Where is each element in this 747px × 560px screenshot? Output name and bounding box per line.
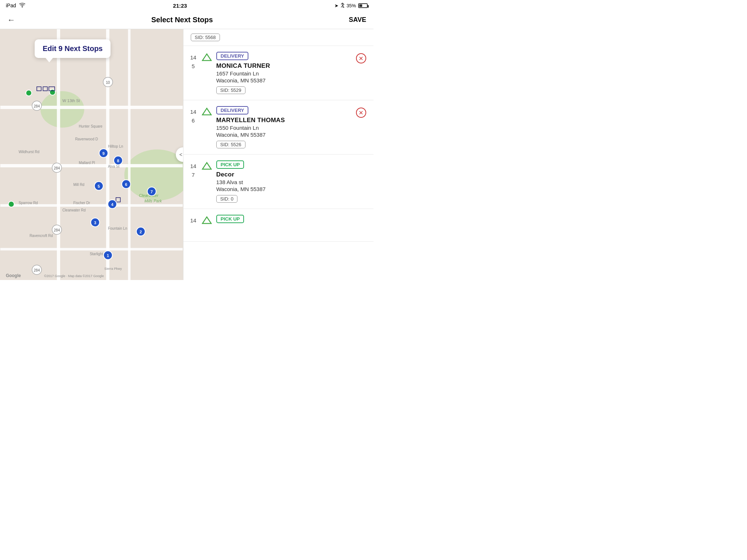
back-button[interactable]: ←: [7, 15, 15, 25]
remove-button[interactable]: ✕: [356, 52, 366, 63]
map-toggle-icon: < >: [179, 152, 183, 158]
edit-bubble-text: Edit 9 Next Stops: [43, 44, 102, 52]
battery-label: 35%: [347, 3, 356, 8]
svg-text:W 13th St: W 13th St: [62, 98, 80, 103]
svg-text:Mallard Pl: Mallard Pl: [79, 161, 95, 165]
svg-text:Sparrow Rd: Sparrow Rd: [19, 201, 38, 205]
stop-sid: SID: 5526: [216, 141, 245, 148]
svg-text:284: 284: [54, 228, 60, 232]
stop-content: DELIVERY MONICA TURNER 1657 Fountain Ln …: [216, 52, 352, 94]
stop-numbers: 14 6: [189, 106, 197, 125]
svg-text:284: 284: [34, 268, 40, 272]
stop-address: 138 Alva st: [216, 179, 366, 185]
stop-city: Waconia, MN 55387: [216, 186, 366, 192]
svg-text:Clearwater Rd: Clearwater Rd: [62, 208, 86, 212]
stops-list: SID: 5568 14 5 DELIVERY MONICA TURNER 16…: [183, 29, 374, 280]
stop-numbers: 14 7: [189, 160, 197, 179]
stop-arrow: [202, 160, 212, 173]
svg-text:284: 284: [54, 166, 60, 170]
svg-text:Ravencroft Rd: Ravencroft Rd: [30, 234, 53, 238]
svg-marker-68: [202, 217, 211, 223]
top-sid-badge: SID: 5568: [191, 34, 220, 41]
svg-text:Google: Google: [6, 273, 21, 278]
stop-name: MONICA TURNER: [216, 62, 352, 70]
svg-text:3: 3: [94, 221, 96, 225]
svg-text:Mill Rd: Mill Rd: [73, 183, 85, 187]
svg-text:4: 4: [111, 202, 114, 207]
svg-point-2: [40, 91, 84, 128]
stop-address: 1657 Fountain Ln: [216, 70, 352, 77]
status-bar: iPad 21:23 ➤ 35%: [0, 0, 374, 11]
main-container: W 13th St Wildhurst Rd Sparrow Rd Ravenc…: [0, 29, 374, 280]
stop-number-top: 14: [190, 162, 196, 171]
svg-text:©2017 Google · Map data ©2017 : ©2017 Google · Map data ©2017 Google: [44, 274, 104, 278]
svg-text:6: 6: [125, 182, 127, 187]
stop-item: 14 7 PICK UP Decor 138 Alva st Waconia, …: [183, 155, 374, 209]
battery-icon: [358, 3, 368, 8]
svg-text:Ravenwood D: Ravenwood D: [75, 137, 98, 141]
wifi-icon: [19, 3, 26, 9]
status-left: iPad: [6, 3, 26, 9]
page-title: Select Next Stops: [151, 16, 213, 24]
remove-circle-icon[interactable]: ✕: [356, 108, 366, 118]
stop-number-bottom: 5: [192, 62, 195, 71]
svg-point-40: [8, 201, 14, 207]
stop-arrow: [202, 215, 212, 227]
svg-rect-4: [0, 106, 183, 109]
svg-text:1: 1: [107, 253, 109, 258]
stop-content: PICK UP: [216, 215, 366, 225]
svg-text:Hunter Square: Hunter Square: [79, 124, 102, 128]
stop-number-bottom: 7: [192, 171, 195, 179]
svg-text:9: 9: [102, 151, 105, 156]
status-right: ➤ 35%: [334, 2, 368, 9]
svg-point-0: [22, 6, 23, 7]
stop-name: Decor: [216, 171, 366, 178]
svg-text:10: 10: [106, 81, 110, 85]
svg-marker-66: [202, 108, 211, 115]
nav-bar: ← Select Next Stops SAVE: [0, 11, 374, 29]
svg-text:2: 2: [140, 230, 142, 234]
svg-text:Sierra Pkwy: Sierra Pkwy: [104, 267, 122, 271]
stop-badge: PICK UP: [216, 215, 244, 223]
svg-rect-10: [128, 29, 131, 280]
svg-text:5: 5: [98, 184, 100, 188]
stop-content: DELIVERY MARYELLEN THOMAS 1550 Fountain …: [216, 106, 352, 148]
stop-city: Waconia, MN 55387: [216, 77, 352, 83]
stop-address: 1550 Fountain Ln: [216, 125, 352, 131]
top-sid-row: SID: 5568: [183, 29, 374, 46]
stop-item: 14 PICK UP: [183, 209, 374, 242]
stop-arrow: [202, 106, 212, 118]
svg-text:284: 284: [34, 104, 40, 108]
stop-badge: DELIVERY: [216, 106, 249, 114]
stop-number-bottom: 6: [192, 116, 195, 125]
svg-text:Fountain Ln: Fountain Ln: [108, 226, 127, 230]
map-panel[interactable]: W 13th St Wildhurst Rd Sparrow Rd Ravenc…: [0, 29, 183, 280]
svg-text:Mills Park: Mills Park: [144, 199, 162, 203]
stop-item: 14 5 DELIVERY MONICA TURNER 1657 Fountai…: [183, 46, 374, 100]
svg-rect-8: [57, 29, 60, 280]
save-button[interactable]: SAVE: [349, 16, 366, 24]
svg-rect-7: [0, 248, 183, 250]
stop-arrow: [202, 52, 212, 64]
bluetooth-icon: [341, 2, 344, 9]
stop-city: Waconia, MN 55387: [216, 132, 352, 138]
stop-badge: PICK UP: [216, 160, 244, 169]
device-label: iPad: [6, 3, 16, 8]
stop-numbers: 14: [189, 215, 197, 225]
edit-bubble[interactable]: Edit 9 Next Stops: [35, 39, 111, 58]
svg-text:8: 8: [117, 159, 119, 163]
remove-circle-icon[interactable]: ✕: [356, 53, 366, 63]
stop-sid: SID: 0: [216, 195, 237, 203]
stop-numbers: 14 5: [189, 52, 197, 71]
stop-content: PICK UP Decor 138 Alva st Waconia, MN 55…: [216, 160, 366, 203]
svg-text:7: 7: [151, 190, 153, 194]
map-svg: W 13th St Wildhurst Rd Sparrow Rd Ravenc…: [0, 29, 183, 280]
stop-number-top: 14: [190, 108, 196, 116]
stop-sid: SID: 5529: [216, 86, 245, 94]
stop-item: 14 6 DELIVERY MARYELLEN THOMAS 1550 Foun…: [183, 100, 374, 155]
svg-text:Wildhurst Rd: Wildhurst Rd: [19, 150, 39, 154]
stop-name: MARYELLEN THOMAS: [216, 117, 352, 124]
svg-marker-67: [202, 163, 211, 169]
stop-number-top: 14: [190, 216, 196, 225]
remove-button[interactable]: ✕: [356, 106, 366, 118]
